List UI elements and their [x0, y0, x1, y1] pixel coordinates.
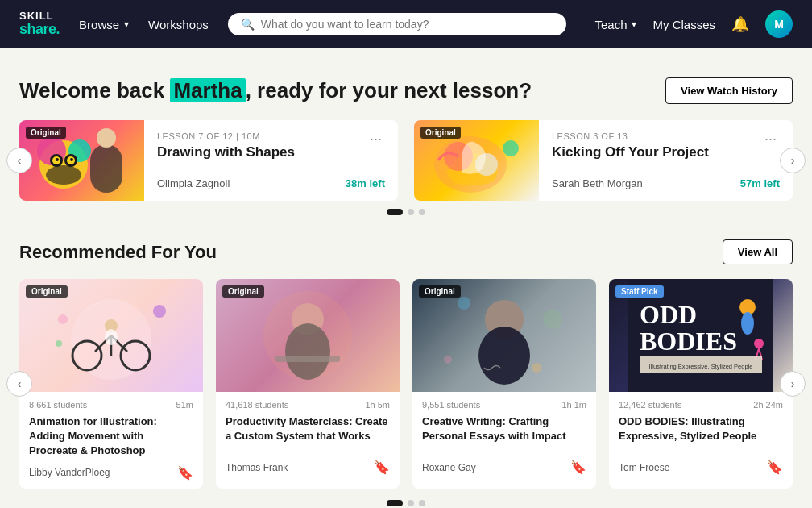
course-duration: 1h 1m: [561, 400, 586, 410]
svg-point-11: [97, 128, 116, 148]
dot-1[interactable]: [387, 209, 403, 215]
notifications-bell-icon[interactable]: 🔔: [731, 15, 749, 33]
bookmark-icon[interactable]: 🔖: [570, 460, 586, 475]
carousel-right-arrow[interactable]: ›: [780, 148, 806, 173]
view-watch-history-button[interactable]: View Watch History: [665, 77, 793, 104]
logo-share: share.: [19, 22, 60, 38]
course-info: 41,618 students 1h 5m Productivity Maste…: [216, 392, 400, 483]
course-author: Tom Froese: [619, 462, 669, 473]
carousel-left-arrow[interactable]: ‹: [6, 148, 32, 173]
lesson-carousel: ‹ Original: [19, 120, 793, 201]
view-all-button[interactable]: View All: [723, 239, 793, 264]
svg-point-26: [56, 340, 62, 347]
course-title: Animation for Illustration: Adding Movem…: [29, 414, 193, 459]
courses-carousel-right-arrow[interactable]: ›: [780, 371, 806, 397]
lesson-meta-top: LESSON 3 OF 13 Kicking Off Your Project …: [552, 131, 780, 170]
course-info: 12,462 students 2h 24m ODD BODIES: Illus…: [609, 392, 793, 483]
nav-right: Teach ▾ My Classes 🔔 M: [594, 10, 793, 38]
courses-carousel: ‹ Original: [19, 279, 793, 489]
lesson-meta-label: LESSON 7 OF 12 | 10M: [157, 131, 295, 141]
search-bar[interactable]: 🔍: [228, 13, 566, 35]
course-card[interactable]: Original: [19, 279, 203, 489]
bookmark-icon[interactable]: 🔖: [767, 460, 783, 475]
courses-carousel-left-arrow[interactable]: ‹: [6, 371, 32, 397]
lesson-meta-label: LESSON 3 OF 13: [552, 131, 709, 141]
course-students: 8,661 students: [29, 400, 87, 410]
course-students: 41,618 students: [226, 400, 288, 410]
dot-2[interactable]: [408, 209, 414, 215]
more-options-button[interactable]: ···: [761, 131, 780, 146]
svg-point-8: [56, 158, 59, 161]
lesson-thumbnail: Original: [414, 120, 539, 201]
teach-menu[interactable]: Teach ▾: [594, 18, 636, 31]
svg-point-25: [153, 305, 166, 318]
lesson-meta-top: LESSON 7 OF 12 | 10M Drawing with Shapes…: [157, 131, 385, 170]
course-card[interactable]: Staff Pick ODD BODIES: [609, 279, 793, 489]
bookmark-icon[interactable]: 🔖: [177, 465, 193, 481]
course-card[interactable]: Original: [412, 279, 596, 489]
section-dots: [19, 500, 793, 506]
logo[interactable]: SKILL share.: [19, 10, 60, 38]
course-duration: 2h 24m: [753, 400, 783, 410]
main-content: Welcome back Martha, ready for your next…: [0, 48, 812, 508]
dot-3[interactable]: [419, 209, 425, 215]
lesson-time-left: 38m left: [346, 177, 385, 189]
course-author: Libby VanderPloeg: [29, 467, 110, 478]
course-badge: Original: [222, 285, 264, 298]
dot-3[interactable]: [419, 500, 425, 506]
lesson-footer: Olimpia Zagnoli 38m left: [157, 177, 385, 189]
course-thumbnail: Staff Pick ODD BODIES: [609, 279, 793, 392]
svg-point-3: [46, 165, 81, 185]
course-cards-list: Original: [19, 279, 793, 489]
svg-point-24: [58, 314, 68, 324]
course-footer: Tom Froese 🔖: [619, 460, 783, 475]
course-info: 9,551 students 1h 1m Creative Writing: C…: [412, 392, 596, 483]
dot-1[interactable]: [387, 500, 403, 506]
course-title: Productivity Masterclass: Create a Custo…: [226, 414, 390, 453]
course-title: ODD BODIES: Illustrating Expressive, Sty…: [619, 414, 783, 453]
lesson-time-left: 57m left: [740, 177, 780, 189]
browse-menu[interactable]: Browse ▾: [79, 18, 129, 31]
welcome-title: Welcome back Martha, ready for your next…: [19, 78, 532, 103]
course-stats: 8,661 students 51m: [29, 400, 193, 410]
lesson-thumbnail: Original: [19, 120, 144, 201]
more-options-button[interactable]: ···: [367, 131, 385, 146]
lesson-footer: Sarah Beth Morgan 57m left: [552, 177, 780, 189]
svg-point-15: [503, 140, 519, 156]
carousel-dots: [19, 209, 793, 215]
browse-chevron-icon: ▾: [124, 19, 129, 30]
course-duration: 51m: [176, 400, 193, 410]
lesson-title: Drawing with Shapes: [157, 144, 295, 160]
chevron-right-icon: ›: [791, 377, 795, 390]
workshops-link[interactable]: Workshops: [148, 18, 209, 31]
lesson-author: Olimpia Zagnoli: [157, 177, 230, 189]
lesson-info: LESSON 3 OF 13 Kicking Off Your Project …: [539, 120, 793, 201]
svg-point-30: [263, 291, 352, 380]
course-thumbnail: Original: [216, 279, 400, 392]
course-stats: 12,462 students 2h 24m: [619, 400, 783, 410]
course-stats: 9,551 students 1h 1m: [422, 400, 586, 410]
search-input[interactable]: [261, 18, 553, 31]
welcome-username: Martha: [170, 78, 245, 102]
logo-skill: SKILL: [19, 10, 60, 22]
lesson-author: Sarah Beth Morgan: [552, 177, 643, 189]
course-author: Thomas Frank: [226, 462, 288, 473]
search-icon: 🔍: [241, 18, 255, 31]
course-thumbnail: Original: [412, 279, 596, 392]
my-classes-link[interactable]: My Classes: [652, 18, 715, 31]
dot-2[interactable]: [408, 500, 414, 506]
svg-rect-10: [90, 144, 122, 193]
bookmark-icon[interactable]: 🔖: [374, 460, 390, 475]
course-card[interactable]: Original 41,618 students: [216, 279, 400, 489]
svg-point-33: [458, 297, 470, 310]
course-badge: Original: [419, 285, 461, 298]
course-badge: Staff Pick: [615, 285, 664, 298]
lesson-title: Kicking Off Your Project: [552, 144, 709, 160]
lesson-cards-list: Original: [19, 120, 793, 201]
navbar: SKILL share. Browse ▾ Workshops 🔍 Teach …: [0, 0, 812, 48]
user-avatar[interactable]: M: [765, 10, 793, 38]
recommended-title: Recommended For You: [19, 242, 217, 263]
course-footer: Roxane Gay 🔖: [422, 460, 586, 475]
course-badge: Original: [26, 285, 68, 298]
lesson-card: Original: [19, 120, 398, 201]
